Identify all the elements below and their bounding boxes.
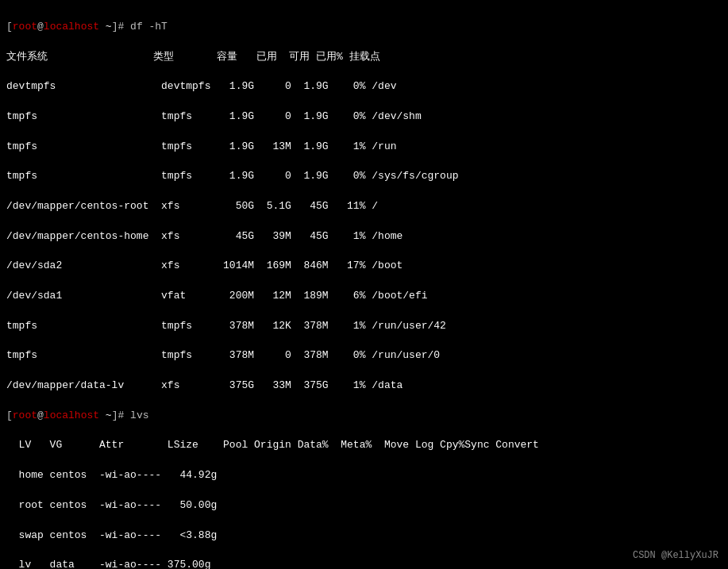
terminal-line: home centos -wi-ao---- 44.92g: [6, 468, 722, 483]
terminal-line: [root@localhost ~]# lvs: [6, 409, 722, 424]
terminal-line: /dev/mapper/centos-root xfs 50G 5.1G 45G…: [6, 199, 722, 214]
terminal-line: tmpfs tmpfs 378M 0 378M 0% /run/user/0: [6, 348, 722, 363]
terminal-line: [root@localhost ~]# df -hT: [6, 20, 722, 35]
watermark: CSDN @KellyXuJR: [633, 549, 718, 563]
terminal-line: lv data -wi-ao---- 375.00g: [6, 558, 722, 569]
terminal-line: tmpfs tmpfs 1.9G 0 1.9G 0% /dev/shm: [6, 110, 722, 125]
terminal-line: tmpfs tmpfs 1.9G 13M 1.9G 1% /run: [6, 140, 722, 155]
terminal-line: /dev/mapper/centos-home xfs 45G 39M 45G …: [6, 229, 722, 244]
terminal-line: /dev/mapper/data-lv xfs 375G 33M 375G 1%…: [6, 379, 722, 394]
terminal-line: /dev/sda1 vfat 200M 12M 189M 6% /boot/ef…: [6, 289, 722, 304]
terminal-line: devtmpfs devtmpfs 1.9G 0 1.9G 0% /dev: [6, 79, 722, 94]
terminal: [root@localhost ~]# df -hT 文件系统 类型 容量 已用…: [0, 0, 728, 569]
terminal-line: tmpfs tmpfs 1.9G 0 1.9G 0% /sys/fs/cgrou…: [6, 169, 722, 184]
terminal-line: LV VG Attr LSize Pool Origin Data% Meta%…: [6, 438, 722, 453]
terminal-line: 文件系统 类型 容量 已用 可用 已用% 挂载点: [6, 50, 722, 65]
terminal-line: swap centos -wi-ao---- <3.88g: [6, 529, 722, 544]
terminal-line: tmpfs tmpfs 378M 12K 378M 1% /run/user/4…: [6, 319, 722, 334]
terminal-line: root centos -wi-ao---- 50.00g: [6, 498, 722, 513]
terminal-line: /dev/sda2 xfs 1014M 169M 846M 17% /boot: [6, 259, 722, 274]
